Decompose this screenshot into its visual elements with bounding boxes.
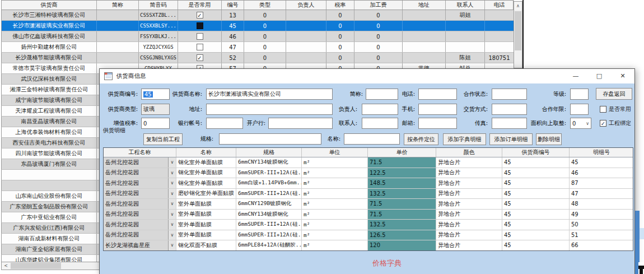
combo-arrow-icon[interactable] bbox=[168, 189, 176, 199]
column-header[interactable]: 编号 bbox=[222, 1, 244, 10]
column-header[interactable]: 地址 bbox=[403, 1, 446, 10]
project-combobox[interactable]: 岳州北控花园 bbox=[104, 178, 176, 188]
detail-cell[interactable]: 磨砂钢化室外单面贴膜 bbox=[176, 189, 236, 199]
scrollbar-thumb[interactable] bbox=[515, 11, 521, 50]
grade-input[interactable] bbox=[570, 89, 589, 100]
detail-cell[interactable]: m² bbox=[302, 189, 368, 199]
scrollbar-thumb[interactable] bbox=[11, 263, 61, 269]
detail-cell[interactable]: m² bbox=[302, 240, 368, 250]
detail-column-header[interactable]: 供货商编号 bbox=[502, 148, 570, 157]
common-checkbox[interactable] bbox=[197, 44, 203, 50]
combo-arrow-icon[interactable] bbox=[168, 199, 176, 209]
detail-cell[interactable]: 异地合片 bbox=[436, 178, 502, 188]
delivery-input[interactable] bbox=[492, 104, 527, 115]
detail-cell[interactable]: 51 bbox=[570, 230, 633, 240]
combo-arrow-icon[interactable] bbox=[168, 230, 176, 240]
supplier-row[interactable]: 佛山市亿鑫玻璃科技有限公司FSSYXBLKJ...46000 bbox=[1, 31, 514, 42]
detail-cell[interactable]: 132.5 bbox=[368, 220, 436, 230]
detail-cell[interactable]: 45 bbox=[502, 199, 570, 209]
combo-arrow-icon[interactable] bbox=[168, 210, 176, 220]
detail-cell[interactable]: 6mmSUPER-III+12A(硅... bbox=[236, 220, 302, 230]
common-use-checkbox[interactable]: 是否常用 bbox=[600, 105, 631, 114]
common-checkbox[interactable] bbox=[197, 22, 203, 29]
detail-cell[interactable]: m² bbox=[302, 220, 368, 230]
locate-by-condition-button[interactable]: 按条件定位 bbox=[404, 133, 438, 145]
column-header[interactable]: 加工费 bbox=[354, 1, 403, 10]
maximize-button[interactable]: □ bbox=[587, 69, 611, 83]
detail-cell[interactable]: 45 bbox=[502, 168, 570, 178]
save-return-button[interactable]: 存盘返回 bbox=[596, 88, 632, 100]
detail-cell[interactable]: 6mm白玻+1.14PVB+6mm... bbox=[236, 178, 302, 188]
detail-cell[interactable]: 室外单面贴膜 bbox=[176, 199, 236, 209]
column-header[interactable]: 类型 bbox=[244, 1, 286, 10]
coop-years-input[interactable] bbox=[570, 104, 589, 115]
project-combobox[interactable]: 长沙龙湖祺鑫星座 bbox=[104, 240, 176, 250]
detail-cell[interactable]: 异地合片 bbox=[436, 189, 502, 199]
coop-status-input[interactable] bbox=[492, 89, 527, 100]
supplier-row[interactable]: 长沙市潇湘玻璃实业有限公司CSSXXBLSY...45000 bbox=[1, 21, 514, 31]
project-combobox[interactable]: 岳州北控花园 bbox=[104, 210, 176, 220]
detail-cell[interactable]: 148.5 bbox=[368, 178, 436, 188]
column-header[interactable]: 简音码 bbox=[139, 1, 178, 10]
name-filter-input[interactable] bbox=[344, 133, 400, 145]
common-checkbox[interactable] bbox=[197, 54, 203, 61]
column-header[interactable]: 简称 bbox=[97, 1, 139, 10]
detail-cell[interactable]: 66 bbox=[570, 240, 633, 250]
detail-row[interactable]: 岳州北控花园钢化室外单面贴膜6mm白玻+1.14PVB+6mm...m²148.… bbox=[104, 178, 633, 189]
detail-cell[interactable]: 87 bbox=[570, 178, 633, 188]
detail-cell[interactable]: 6mmPLE84+12A(硅酮胶... bbox=[236, 240, 302, 250]
detail-cell[interactable]: 71.5 bbox=[368, 199, 436, 209]
detail-cell[interactable]: 122.5 bbox=[368, 168, 436, 178]
combo-arrow-icon[interactable] bbox=[168, 157, 176, 168]
detail-row[interactable]: 岳州北控花园室外单面贴膜6mmCNY134镀膜钢化m²71.5异地合片4549 bbox=[104, 210, 633, 220]
detail-row[interactable]: 岳州北控花园钢化室外单面贴膜6mmSUPER-III+12A(硅...m²122… bbox=[104, 168, 633, 179]
bank-input[interactable] bbox=[268, 118, 333, 129]
detail-cell[interactable]: 异地合片 bbox=[436, 210, 502, 220]
detail-cell[interactable]: 48 bbox=[570, 199, 633, 209]
project-combobox[interactable]: 岳州北控花园 bbox=[104, 157, 176, 168]
add-order-detail-button[interactable]: 添加订单明细 bbox=[489, 133, 533, 145]
combo-arrow-icon[interactable] bbox=[168, 240, 176, 250]
detail-cell[interactable]: 6mmSUPER-III+12A(硅... bbox=[236, 189, 302, 199]
detail-column-header[interactable]: 明细号 bbox=[570, 148, 633, 157]
column-header[interactable]: 是否常用 bbox=[178, 1, 222, 10]
area-round-select[interactable]: 0 bbox=[570, 118, 591, 129]
detail-cell[interactable]: 异地合片 bbox=[436, 230, 502, 240]
common-checkbox[interactable] bbox=[197, 12, 203, 18]
detail-column-header[interactable]: 单位 bbox=[302, 148, 368, 157]
detail-cell[interactable]: 120 bbox=[368, 240, 436, 250]
detail-cell[interactable]: 钢化室外单面贴膜 bbox=[176, 178, 236, 188]
detail-cell[interactable]: m² bbox=[302, 230, 368, 240]
detail-cell[interactable]: 46 bbox=[570, 168, 633, 178]
spec-filter-input[interactable] bbox=[219, 133, 321, 145]
column-header[interactable]: 税率 bbox=[326, 1, 354, 10]
delete-detail-button[interactable]: 删除明细 bbox=[536, 133, 562, 145]
supplier-row[interactable]: 长沙市三湘特种玻璃有限公司CSSSXTZBL...13000胡姐 bbox=[1, 10, 514, 21]
detail-cell[interactable]: 45 bbox=[502, 210, 570, 220]
combo-arrow-icon[interactable] bbox=[168, 178, 176, 188]
project-combobox[interactable]: 岳州北控花园 bbox=[104, 230, 176, 240]
detail-cell[interactable]: 47 bbox=[570, 189, 633, 199]
detail-cell[interactable]: 126.5 bbox=[368, 230, 436, 240]
detail-cell[interactable]: m² bbox=[302, 168, 368, 178]
detail-column-header[interactable]: 工程名称 bbox=[104, 148, 176, 157]
detail-row[interactable]: 长沙龙湖祺鑫星座钢化双面不贴膜6mmPLE84+12A(硅酮胶...m²120异… bbox=[104, 240, 633, 251]
project-combobox[interactable]: 岳州北控花园 bbox=[104, 199, 176, 209]
common-checkbox[interactable] bbox=[197, 33, 203, 40]
detail-cell[interactable]: 6mmCNY129B镀膜钢化 bbox=[236, 199, 302, 209]
combo-arrow-icon[interactable] bbox=[168, 220, 176, 230]
supplier-row[interactable]: 扬州中勤建材有限公司YZZQJCYXGS47000 bbox=[1, 42, 514, 53]
project-combobox[interactable]: 岳州北控花园 bbox=[104, 220, 176, 230]
add-dictionary-detail-button[interactable]: 添加字典明细 bbox=[443, 133, 486, 145]
detail-cell[interactable]: 71.5 bbox=[368, 157, 436, 168]
detail-cell[interactable]: 71.5 bbox=[368, 210, 436, 220]
detail-cell[interactable]: m² bbox=[302, 210, 368, 220]
detail-cell[interactable]: 钢化室外单面贴膜 bbox=[176, 168, 236, 178]
detail-cell[interactable]: m² bbox=[302, 178, 368, 188]
detail-cell[interactable]: 异地合片 bbox=[436, 220, 502, 230]
detail-cell[interactable]: 室外单面贴膜 bbox=[176, 230, 236, 240]
detail-row[interactable]: 岳州北控花园室外单面贴膜6mmSUPER-III+12A(硅...m²132.5… bbox=[104, 220, 633, 230]
detail-row[interactable]: 岳州北控花园室外单面贴膜6mmCNY129B镀膜钢化m²71.5异地合片4548 bbox=[104, 199, 633, 210]
scroll-left-icon[interactable] bbox=[2, 262, 10, 270]
column-header[interactable]: 供货商 bbox=[2, 1, 97, 10]
